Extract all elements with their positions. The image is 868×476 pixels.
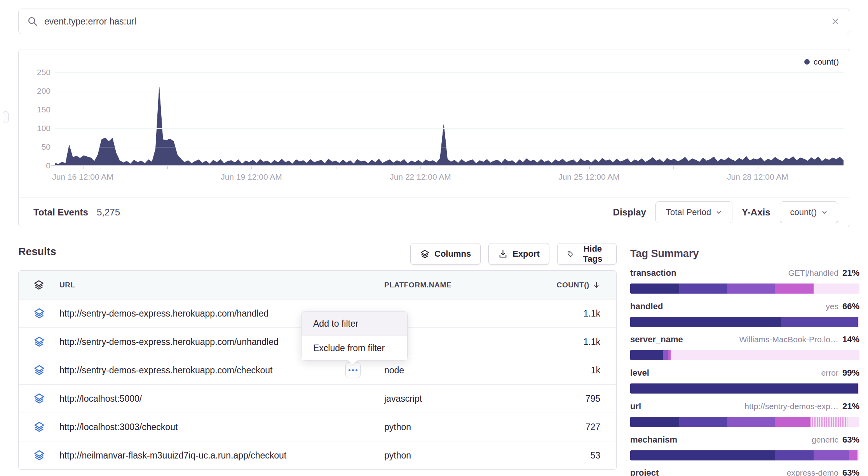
- x-axis-line: [51, 165, 844, 166]
- gridline: [55, 147, 844, 147]
- x-tick-mark: [758, 166, 758, 169]
- tag-bar-segment[interactable]: [727, 284, 775, 294]
- tag-bar-segment[interactable]: [630, 417, 679, 427]
- table-row[interactable]: http://localhost:5000/javascript795: [19, 385, 616, 413]
- row-layers-icon: [19, 364, 59, 376]
- tag-bar-segment[interactable]: [849, 450, 857, 460]
- legend-label: count(): [814, 57, 839, 66]
- column-header-platform[interactable]: PLATFORM.NAME: [384, 281, 524, 289]
- tag-bar-segment[interactable]: [630, 383, 858, 394]
- columns-button[interactable]: Columns: [410, 243, 481, 265]
- tag-bar-segment[interactable]: [858, 450, 859, 460]
- tag-summary-panel: Tag Summary transactionGET|/handled21%ha…: [630, 248, 859, 260]
- export-icon: [498, 249, 508, 259]
- tag-bar-segment[interactable]: [630, 450, 775, 460]
- tag-name: handled: [630, 301, 663, 312]
- platform-cell: node: [384, 365, 524, 376]
- tag-bar-segment[interactable]: [858, 317, 859, 327]
- tag-top-percentage: 63%: [842, 468, 859, 476]
- tag-top-percentage: 21%: [842, 401, 859, 411]
- url-cell[interactable]: http://localhost:3003/checkout: [59, 422, 384, 432]
- tag-bar-segment[interactable]: [814, 284, 859, 294]
- column-header-url[interactable]: URL: [59, 281, 384, 289]
- tag-top-percentage: 99%: [842, 368, 859, 378]
- tag-row-server_name: server_nameWilliams-MacBook-Pro.lo…14%: [630, 334, 859, 360]
- url-cell[interactable]: http://localhost:5000/: [59, 394, 384, 404]
- layers-icon: [33, 450, 45, 461]
- tag-bar-segment[interactable]: [679, 417, 727, 427]
- platform-cell: python: [384, 422, 524, 432]
- tag-bar-segment[interactable]: [775, 417, 810, 427]
- tag-distribution-bar[interactable]: [630, 284, 859, 294]
- layers-icon: [33, 393, 45, 404]
- tag-distribution-bar[interactable]: [630, 350, 859, 360]
- column-header-count[interactable]: COUNT(): [524, 281, 616, 289]
- tag-bar-segment[interactable]: [781, 317, 858, 327]
- tag-bar-segment[interactable]: [775, 284, 814, 294]
- tag-row-transaction: transactionGET|/handled21%: [630, 268, 859, 294]
- tag-top-percentage: 63%: [842, 435, 859, 445]
- y-tick-label: 100: [37, 124, 51, 133]
- url-cell[interactable]: http://neilmanvar-flask-m3uuizd7iq-uc.a.…: [59, 450, 384, 461]
- tag-bar-segment[interactable]: [775, 450, 814, 460]
- chart-x-axis: Jun 16 12:00 AMJun 19 12:00 AMJun 22 12:…: [55, 172, 844, 184]
- tag-bar-segment[interactable]: [847, 417, 859, 427]
- tag-bar-segment[interactable]: [630, 284, 679, 294]
- clear-search-icon[interactable]: [830, 16, 840, 26]
- tag-bar-segment[interactable]: [814, 450, 849, 460]
- tag-distribution-bar[interactable]: [630, 383, 859, 394]
- export-button[interactable]: Export: [488, 243, 549, 265]
- count-area-series: [55, 66, 844, 166]
- search-input[interactable]: event.type:error has:url: [44, 16, 830, 27]
- tag-name: project: [630, 468, 659, 476]
- events-chart-panel: count() 050100150200250 Jun 16 12:00 AMJ…: [18, 49, 850, 227]
- tag-bar-segment[interactable]: [671, 350, 859, 360]
- menu-item-add-to-filter[interactable]: Add to filter: [302, 312, 407, 336]
- table-row[interactable]: http://neilmanvar-flask-m3uuizd7iq-uc.a.…: [19, 441, 616, 470]
- tag-distribution-bar[interactable]: [630, 450, 859, 460]
- tag-row-project: projectexpress-demo63%: [630, 468, 859, 476]
- tag-bar-segment[interactable]: [630, 317, 781, 327]
- tag-name: url: [630, 401, 641, 411]
- header-layers-icon: [19, 280, 59, 290]
- count-cell: 53: [524, 450, 616, 461]
- legend-dot-icon: [804, 59, 810, 65]
- y-tick-label: 0: [46, 161, 51, 170]
- yaxis-label: Y-Axis: [742, 207, 770, 218]
- count-cell: 1.1k: [524, 337, 616, 347]
- chart-y-axis: 050100150200250: [19, 66, 51, 166]
- tag-bar-segment[interactable]: [727, 417, 775, 427]
- tag-top-value: yes: [826, 302, 838, 311]
- tag-bar-segment[interactable]: [630, 350, 663, 360]
- tag-bar-segment[interactable]: [679, 284, 727, 294]
- tag-bar-segment[interactable]: [668, 350, 671, 360]
- url-cell[interactable]: http://sentry-demos-express.herokuapp.co…: [59, 365, 384, 376]
- table-row[interactable]: http://localhost:3003/checkoutpython727: [19, 413, 616, 441]
- hide-tags-button[interactable]: Hide Tags: [557, 243, 617, 265]
- layers-icon: [33, 336, 45, 348]
- total-events-label: Total Events: [33, 207, 88, 218]
- x-tick-mark: [420, 166, 421, 169]
- total-events-value: 5,275: [97, 207, 120, 218]
- tag-bar-segment[interactable]: [663, 350, 668, 360]
- chart-legend[interactable]: count(): [804, 57, 839, 66]
- platform-cell: javascript: [384, 394, 524, 404]
- yaxis-dropdown[interactable]: count(): [780, 201, 838, 223]
- menu-item-exclude-from-filter[interactable]: Exclude from filter: [302, 336, 407, 360]
- tag-distribution-bar[interactable]: [630, 317, 859, 327]
- row-layers-icon: [19, 421, 59, 433]
- chevron-down-icon: [716, 209, 722, 215]
- x-tick-label: Jun 25 12:00 AM: [558, 172, 620, 182]
- display-label: Display: [613, 207, 646, 218]
- tag-bar-segment[interactable]: [810, 417, 847, 427]
- tag-name: server_name: [630, 334, 683, 345]
- tag-distribution-bar[interactable]: [630, 417, 859, 427]
- tag-bar-segment[interactable]: [858, 383, 859, 394]
- display-dropdown[interactable]: Total Period: [655, 201, 732, 223]
- sidebar-drag-handle[interactable]: [3, 111, 9, 123]
- x-tick-mark: [589, 166, 590, 169]
- y-tick-label: 200: [37, 86, 51, 96]
- tag-top-percentage: 14%: [842, 334, 859, 345]
- search-bar[interactable]: event.type:error has:url: [18, 9, 850, 34]
- y-tick-label: 250: [37, 68, 51, 77]
